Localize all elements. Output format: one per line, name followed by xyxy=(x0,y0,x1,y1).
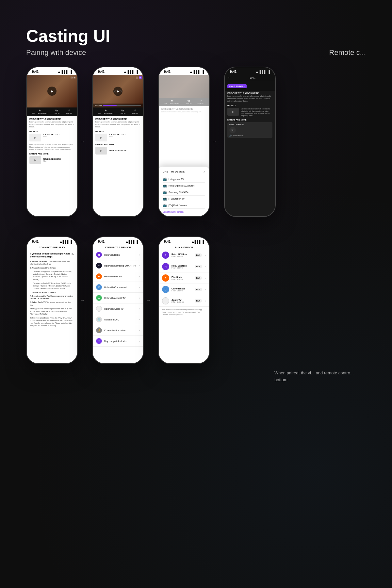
roku-ultra-logo: R xyxy=(162,252,169,259)
back-icon-2[interactable]: ← xyxy=(118,70,121,74)
pay-forward-btn-4[interactable]: PAY IT FORWA... xyxy=(227,84,247,88)
wifi-icon-4: ▲ xyxy=(255,70,259,74)
tv-icon-living: 📺 xyxy=(163,177,167,181)
play-icon-1[interactable]: ▶ xyxy=(47,87,57,96)
pay-forward-btn-1[interactable]: ★ PAY IT FORWARD xyxy=(32,109,48,114)
back-at[interactable]: ← xyxy=(54,240,57,243)
status-time-at: 9:41 xyxy=(32,240,39,243)
buy-chromecast-btn[interactable]: BUY xyxy=(195,288,202,291)
share-btn-2[interactable]: ↗ SHARE xyxy=(131,109,138,114)
share-btn-3-bg: ↗SHARE xyxy=(197,99,204,105)
chevron-buy-firestick: › xyxy=(205,277,206,280)
chevron-buy-roku-ultra: › xyxy=(205,254,206,257)
episode-title-2: EPISODE TITLE GOES HERE xyxy=(95,118,140,120)
status-time-3: 9:41 xyxy=(164,70,171,74)
video-thumbnail-1: ▶ ⊡ ⊞ xyxy=(27,75,77,107)
buy-fire-stick[interactable]: F Fire Stick From $19.95 BUY › xyxy=(159,272,209,284)
status-time-1: 9:41 xyxy=(32,70,39,74)
status-time-cd: 9:41 xyxy=(98,240,105,243)
dvd-icon: 💿 xyxy=(96,317,102,322)
episode-content-1: EPISODE TITLE GOES HERE Lorem ipsum dolo… xyxy=(27,116,77,217)
video-thumbnail-2: 01:55:46 ⊡ ⊞ ↺ ▶ xyxy=(93,75,143,107)
cast-modal-close[interactable]: × xyxy=(203,170,205,173)
cast-device-kevin[interactable]: 📺 [TV] Kevin's room xyxy=(163,202,205,209)
extra-thumb-2: ▶ xyxy=(95,147,107,155)
cast-icon-2-active[interactable]: ⊞ xyxy=(139,76,142,79)
remote-ep-desc: Lorem ipsum dolor sit amet, ellentesque … xyxy=(227,95,272,103)
back-btn-4[interactable]: ← xyxy=(227,76,230,79)
battery-icon-1: ▐ xyxy=(70,70,72,74)
chevron-cable: › xyxy=(139,329,140,332)
buy-device-icon: 🛒 xyxy=(96,338,102,344)
up-next-thumb-2: ▶ xyxy=(95,134,107,141)
connect-cable[interactable]: ⚡ Connect with a cable › xyxy=(93,325,143,336)
step-2: 2. Manually restart the device: xyxy=(30,267,74,269)
connect-samsung[interactable]: S Help with Samsung SMART TV › xyxy=(93,260,143,271)
chevron-firetv: › xyxy=(139,275,140,278)
remote-section-label: Remote c... xyxy=(329,48,366,57)
play-icon-2[interactable]: ▶ xyxy=(113,87,122,96)
signal-icon-3: ▌▌▌ xyxy=(194,70,201,74)
back-cd[interactable]: ← xyxy=(120,240,123,243)
arrow-2-to-3: → xyxy=(146,139,151,145)
step-5a: After Apple TV is selected (checkmark ne… xyxy=(30,307,74,316)
buy-roku-express[interactable]: R Roku Express From $35.95 BUY › xyxy=(159,261,209,272)
buy-apple-tv[interactable]: Apple TV From $169.99 BUY › xyxy=(159,295,209,307)
buy-roku-ultra[interactable]: R Roku 4K Ultra From $89.95 BUY › xyxy=(159,250,209,261)
connect-chromecast[interactable]: C Help with Chromecast › xyxy=(93,282,143,293)
buy-firestick-btn[interactable]: BUY xyxy=(195,276,202,280)
buy-roku-express-btn[interactable]: BUY xyxy=(195,265,202,268)
airplay-icon-1[interactable]: ⊡ xyxy=(71,76,73,79)
cast-device-roku[interactable]: 📺 Roku Express S02240BH xyxy=(163,183,205,189)
shop-btn-2[interactable]: 🛍 SHOP xyxy=(120,109,125,114)
audio-icon: 🔊 xyxy=(229,135,232,137)
buy-roku-ultra-btn[interactable]: BUY xyxy=(195,253,202,257)
apple-tv-logo xyxy=(162,297,169,304)
chevron-buy-roku-express: › xyxy=(205,265,206,268)
extras-label-1: EXTRAS AND MORE xyxy=(29,153,74,155)
replay-icon[interactable]: ↺ xyxy=(229,127,236,133)
back-buy[interactable]: ← xyxy=(186,240,189,243)
cast-modal: CAST TO DEVICE × 📺 Living room TV 📺 Roku… xyxy=(159,167,209,216)
pairing-section-label: Pairing with device xyxy=(26,48,86,57)
chevron-samsung: › xyxy=(139,264,140,267)
cast-device-samsung[interactable]: 📺 Samsung SH45634 xyxy=(163,189,205,196)
shop-btn-1[interactable]: 🛍 SHOP xyxy=(54,109,59,114)
cast-device-living-room[interactable]: 📺 Living room TV xyxy=(163,176,205,183)
tv-icon-kevin: 📺 xyxy=(163,204,167,207)
episode-desc-1: Lorem ipsum dolor sit amet, consectetur … xyxy=(29,121,74,128)
firetv-icon: F xyxy=(96,273,102,279)
buy-page-title: BUY A DEVICE xyxy=(159,245,209,250)
buy-chromecast[interactable]: C Chromecast From $25.98 BUY › xyxy=(159,284,209,295)
wifi-icon-2: ▲ xyxy=(123,70,127,74)
buy-apple-tv-btn[interactable]: BUY xyxy=(195,299,202,302)
airplay-icon-2[interactable]: ⊡ xyxy=(136,76,138,79)
cast-cant-find[interactable]: Can't find your device? xyxy=(163,211,205,213)
connect-firetv[interactable]: F Help with Fire TV › xyxy=(93,271,143,282)
connect-roku[interactable]: R Help with Roku › xyxy=(93,250,143,260)
help-intro: If you have trouble connecting to Apple … xyxy=(30,252,74,258)
share-btn-1[interactable]: ↗ SHARE xyxy=(65,109,72,114)
connect-appletv[interactable]: Help with Apple TV › xyxy=(93,303,143,314)
cable-icon: ⚡ xyxy=(96,327,102,333)
episode-desc-2: Lorem ipsum dolor sit amet, consectetur … xyxy=(95,121,140,128)
chevron-appletv: › xyxy=(139,307,140,310)
cast-icon-1[interactable]: ⊞ xyxy=(74,76,76,79)
status-time-4: 9:41 xyxy=(230,70,237,74)
cast-device-kitchen[interactable]: 📺 [TV] Kitchen TV xyxy=(163,196,205,202)
connect-buy[interactable]: 🛒 Buy compatible device › xyxy=(93,336,143,347)
signal-icon-4: ▌▌▌ xyxy=(260,70,267,74)
status-time-buy: 9:41 xyxy=(164,240,171,243)
step-2a: To restart on Apple TV 3rd generation an… xyxy=(30,270,74,281)
chevron-dvd: › xyxy=(139,318,140,321)
connect-dvd[interactable]: 💿 Watch on DVD › xyxy=(93,314,143,325)
pay-forward-btn-2[interactable]: ★ PAY IT FORWARD xyxy=(98,109,114,114)
step-5b: Select your episode and Press the "Play … xyxy=(30,317,74,327)
audio-row: 🔊 Audio and su... xyxy=(229,135,270,137)
chromecast-icon: C xyxy=(96,284,102,290)
action-bar-2: ★ PAY IT FORWARD 🛍 SHOP ↗ SHARE xyxy=(93,107,143,116)
connect-androidtv[interactable]: A Help with Android TV › xyxy=(93,293,143,303)
action-bar-1: ★ PAY IT FORWARD 🛍 SHOP ↗ SHARE xyxy=(27,107,77,116)
step-5: 5. Select Apple TV. You should see somet… xyxy=(30,301,74,306)
extra-thumb-1: ▶ xyxy=(29,156,41,164)
